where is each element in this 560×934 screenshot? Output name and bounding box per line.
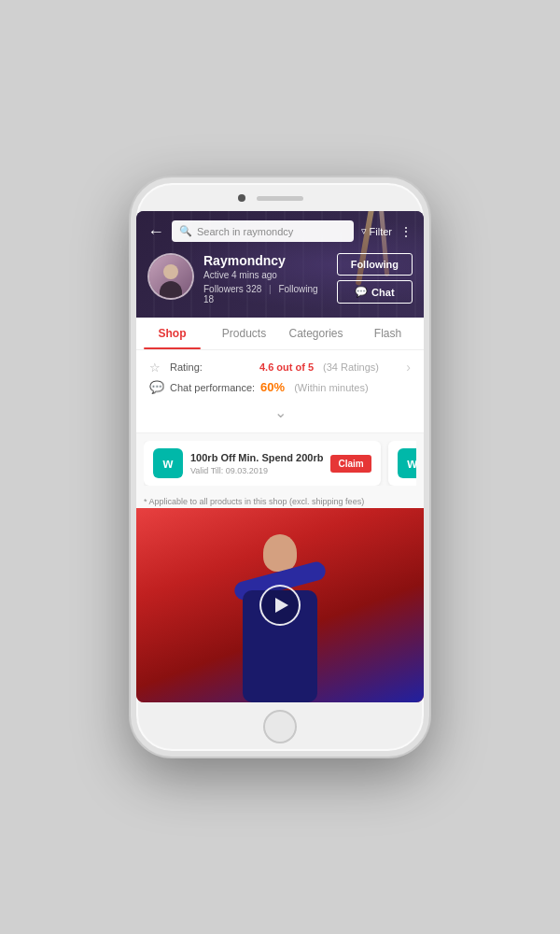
following-count: 18 — [203, 294, 214, 304]
following-label: Following — [278, 284, 317, 294]
following-button[interactable]: Following — [337, 253, 413, 276]
power-button[interactable] — [427, 295, 429, 336]
stats-divider: | — [269, 284, 272, 294]
phone-frame: ← 🔍 Search in raymondcy ▿ Filter ⋮ — [131, 177, 429, 757]
search-box[interactable]: 🔍 Search in raymondcy — [172, 220, 354, 242]
voucher-note: * Applicable to all products in this sho… — [136, 493, 424, 508]
avatar-image — [149, 255, 192, 298]
play-icon — [275, 598, 288, 613]
tab-categories[interactable]: Categories — [280, 318, 352, 349]
chat-button[interactable]: 💬 Chat — [337, 280, 413, 304]
chat-perf-label: Chat performance: — [170, 382, 255, 393]
volume-down-button[interactable] — [131, 314, 133, 340]
profile-banner: ← 🔍 Search in raymondcy ▿ Filter ⋮ — [136, 211, 424, 318]
claim-button-1[interactable]: Claim — [330, 455, 371, 473]
front-camera-icon — [238, 194, 245, 202]
profile-actions: Following 💬 Chat — [337, 253, 413, 304]
chat-perf-value: 60% — [260, 380, 285, 394]
voucher-card-1: w 100rb Off Min. Spend 200rb Valid Till:… — [144, 441, 381, 486]
voucher-section: w 100rb Off Min. Spend 200rb Valid Till:… — [136, 433, 424, 493]
search-icon: 🔍 — [179, 225, 192, 237]
voucher-logo-1: w — [153, 448, 183, 478]
avatar — [147, 253, 194, 300]
voucher-info-1: 100rb Off Min. Spend 200rb Valid Till: 0… — [190, 451, 323, 475]
profile-active-status: Active 4 mins ago — [203, 270, 328, 280]
tab-products[interactable]: Products — [208, 318, 280, 349]
screen: ← 🔍 Search in raymondcy ▿ Filter ⋮ — [136, 211, 424, 702]
avatar-body — [160, 281, 182, 300]
avatar-head — [163, 264, 178, 279]
followers-label: Followers — [203, 284, 244, 294]
chat-performance-row: 💬 Chat performance: 60% (Within minutes) — [149, 380, 411, 394]
rating-row: ☆ Rating: 4.6 out of 5 (34 Ratings) › — [149, 360, 411, 375]
volume-up-button[interactable] — [131, 276, 133, 303]
search-placeholder-text: Search in raymondcy — [197, 226, 293, 237]
expand-button[interactable]: ⌄ — [149, 400, 411, 427]
chevron-right-icon: › — [406, 360, 411, 375]
voucher-title-1: 100rb Off Min. Spend 200rb — [190, 451, 323, 464]
stats-section: ☆ Rating: 4.6 out of 5 (34 Ratings) › 💬 … — [136, 350, 424, 432]
profile-stats: Followers 328 | Following 18 — [203, 284, 328, 304]
voucher-strip: w 100rb Off Min. Spend 200rb Valid Till:… — [144, 441, 416, 486]
filter-button[interactable]: ▿ Filter — [361, 225, 392, 237]
video-person — [224, 553, 336, 702]
profile-info: Raymondncy Active 4 mins ago Followers 3… — [203, 253, 328, 304]
tab-flash[interactable]: Flash — [352, 318, 424, 349]
chat-icon: 💬 — [355, 286, 368, 298]
back-button[interactable]: ← — [147, 223, 164, 240]
filter-label: Filter — [370, 226, 392, 237]
voucher-card-2: w 100rb Off Min. Spend 300rb Valid Till:… — [388, 441, 416, 486]
rating-value: 4.6 out of 5 — [259, 361, 314, 373]
search-row: ← 🔍 Search in raymondcy ▿ Filter ⋮ — [147, 220, 413, 242]
speaker-icon — [257, 196, 303, 201]
profile-row: Raymondncy Active 4 mins ago Followers 3… — [147, 253, 413, 304]
filter-icon: ▿ — [361, 225, 367, 237]
chat-perf-icon: 💬 — [149, 380, 164, 394]
play-button[interactable] — [259, 585, 301, 626]
voucher-valid-1: Valid Till: 09.03.2019 — [190, 466, 323, 475]
video-person-head — [263, 534, 297, 572]
chat-perf-note: (Within minutes) — [294, 382, 368, 393]
home-button[interactable] — [263, 710, 297, 743]
video-section[interactable] — [136, 508, 424, 702]
tabs-row: Shop Products Categories Flash — [136, 318, 424, 350]
more-options-button[interactable]: ⋮ — [399, 224, 413, 239]
rating-label: Rating: — [170, 361, 254, 373]
avatar-person — [158, 261, 184, 298]
chat-label: Chat — [371, 287, 394, 298]
star-icon: ☆ — [149, 361, 164, 375]
tab-shop[interactable]: Shop — [136, 318, 208, 349]
rating-count: (34 Ratings) — [323, 361, 379, 373]
followers-count: 328 — [246, 284, 262, 294]
voucher-logo-2: w — [398, 448, 416, 478]
profile-name: Raymondncy — [203, 253, 328, 268]
